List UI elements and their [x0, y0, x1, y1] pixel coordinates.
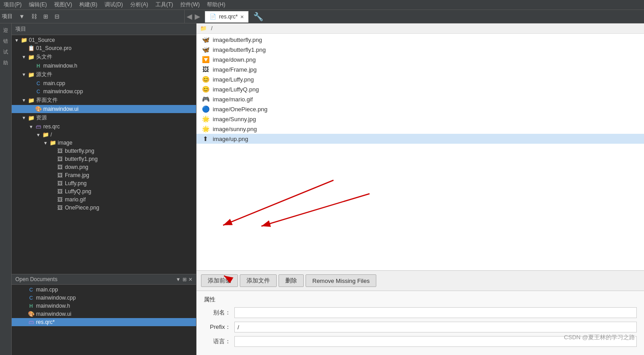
add-file-button[interactable]: 添加文件 — [240, 274, 277, 287]
tree-arrow: ▼ — [21, 98, 27, 103]
res-file-label: image/Sunny.jpg — [213, 116, 256, 123]
side-icon-help[interactable]: 助 — [1, 58, 11, 68]
expand-button[interactable]: ⊞ — [41, 12, 51, 21]
tree-item-01_source_pro[interactable]: 📋 01_Source.pro — [12, 44, 196, 52]
add-prefix-button[interactable]: 添加前缀 — [201, 274, 238, 287]
tree-item-main_cpp[interactable]: C main.cpp — [12, 79, 196, 87]
tree-item-mainwindow_ui[interactable]: 🎨 mainwindow.ui — [12, 105, 196, 113]
tab-nav-forward[interactable]: ▶ — [195, 12, 200, 21]
tree-item-forms_folder[interactable]: ▼ 📁 界面文件 — [12, 96, 196, 105]
res-file-item-lf_png[interactable]: 😊 image/Luffy.png — [196, 74, 644, 84]
prefix-input[interactable] — [234, 322, 637, 332]
link-button[interactable]: ⛓ — [28, 12, 40, 21]
tree-item-mainwindow_h[interactable]: H mainwindow.h — [12, 62, 196, 70]
collapse-button[interactable]: ⊟ — [52, 12, 62, 21]
open-doc-item-doc_res_qrc[interactable]: 🗃 res.qrc* — [12, 318, 196, 326]
tree-item-down_png[interactable]: 🖼 down.png — [12, 163, 196, 171]
tree-item-headers_folder[interactable]: ▼ 📁 头文件 — [12, 52, 196, 62]
res-file-icon: 🌟 — [201, 125, 210, 132]
side-icon-error[interactable]: 错 — [1, 36, 11, 46]
tree-label: / — [50, 132, 52, 138]
tree-item-butterfly_png[interactable]: 🖼 butterfly.png — [12, 147, 196, 155]
tree-item-luffy_png[interactable]: 🖼 Luffy.png — [12, 179, 196, 187]
project-panel-title: 项目 — [15, 25, 26, 33]
tab-bar: 项目 ▼ ⛓ ⊞ ⊟ ◀ ▶ 📄 res.qrc* ✕ 🔧 — [0, 10, 644, 23]
res-file-label: image/OnePiece.png — [213, 106, 267, 113]
side-icon-welcome[interactable]: 迎 — [1, 25, 11, 35]
res-file-icon: 😊 — [201, 76, 210, 83]
open-doc-item-doc_mainwindow_cpp[interactable]: C mainwindow.cpp — [12, 294, 196, 302]
tab-close-button[interactable]: ✕ — [240, 14, 244, 19]
tree-label: 资源 — [36, 114, 47, 122]
res-file-label: image/Luffy.png — [213, 76, 254, 83]
res-qrc-tab[interactable]: 📄 res.qrc* ✕ — [205, 11, 249, 23]
menu-item-debug[interactable]: 调试(D) — [105, 1, 123, 9]
tab-nav-back[interactable]: ◀ — [187, 12, 192, 21]
open-docs-expand[interactable]: ⊞ — [183, 277, 187, 282]
tree-item-butterfly1_png[interactable]: 🖼 butterfly1.png — [12, 155, 196, 163]
tab-menu-icon[interactable]: 🔧 — [253, 12, 263, 22]
tree-label: Frame.jpg — [65, 172, 89, 178]
tree-item-image_folder[interactable]: ▼ 📁 image — [12, 139, 196, 147]
tree-item-frame_jpg[interactable]: 🖼 Frame.jpg — [12, 171, 196, 179]
project-panel-header: 项目 — [12, 23, 196, 35]
res-file-item-bf_png[interactable]: 🦋 image/butterfly.png — [196, 35, 644, 45]
tree-item-onepiece_png[interactable]: 🖼 OnePiece.png — [12, 204, 196, 212]
res-file-icon: ⬆ — [201, 135, 210, 142]
open-doc-label: mainwindow.ui — [36, 311, 71, 317]
menu-item-view[interactable]: 视图(V) — [54, 1, 72, 9]
project-panel: 项目 ▼ 📁 01_Source 📋 01_Source.pro ▼ 📁 头文件… — [12, 23, 196, 274]
res-file-item-fr_jpg[interactable]: 🖼 image/Frame.jpg — [196, 64, 644, 74]
left-sidebar: 项目 ▼ 📁 01_Source 📋 01_Source.pro ▼ 📁 头文件… — [12, 23, 196, 355]
tree-arrow: ▼ — [21, 55, 27, 59]
open-doc-item-doc_main_cpp[interactable]: C main.cpp — [12, 286, 196, 294]
tree-item-sources_folder[interactable]: ▼ 📁 源文件 — [12, 70, 196, 79]
side-icons-panel: 迎 错 试 助 — [0, 23, 12, 355]
side-icon-test[interactable]: 试 — [1, 47, 11, 57]
tree-label: Luffy.png — [65, 180, 87, 187]
res-file-item-bf1_png[interactable]: 🦋 image/butterfly1.png — [196, 45, 644, 55]
res-file-item-up_png[interactable]: ⬆ image/up.png — [196, 134, 644, 144]
menu-item-build[interactable]: 构建(B) — [79, 1, 97, 9]
menu-item-analyze[interactable]: 分析(A) — [130, 1, 148, 9]
tree-label: 头文件 — [36, 53, 52, 61]
menu-item-tools[interactable]: 工具(T) — [155, 1, 173, 9]
open-doc-item-doc_mainwindow_ui[interactable]: 🎨 mainwindow.ui — [12, 310, 196, 318]
menu-item-controls[interactable]: 控件(W) — [180, 1, 200, 9]
res-file-item-op_png[interactable]: 🔵 image/OnePiece.png — [196, 104, 644, 114]
tab-qrc-icon: 📄 — [210, 14, 216, 20]
tree-item-mainwindow_cpp[interactable]: C mainwindow.cpp — [12, 87, 196, 96]
right-tab-area: ◀ ▶ 📄 res.qrc* ✕ 🔧 — [185, 10, 644, 23]
res-file-item-mr_gif[interactable]: 🎮 image/mario.gif — [196, 94, 644, 104]
tree-label: 01_Source.pro — [36, 45, 72, 51]
menu-item-edit[interactable]: 编辑(E) — [29, 1, 47, 9]
open-doc-item-doc_mainwindow_h[interactable]: H mainwindow.h — [12, 302, 196, 310]
tree-item-res_qrc[interactable]: ▼ 🗃 res.qrc — [12, 123, 196, 131]
tree-label: OnePiece.png — [65, 205, 99, 211]
res-file-item-dn_png[interactable]: 🔽 image/down.png — [196, 55, 644, 64]
res-file-item-lfq_png[interactable]: 😊 image/LuffyQ.png — [196, 84, 644, 94]
tree-item-luffyq_png[interactable]: 🖼 LuffyQ.png — [12, 187, 196, 196]
tree-arrow: ▼ — [21, 115, 27, 120]
res-file-item-sn_jpg[interactable]: 🌟 image/Sunny.jpg — [196, 114, 644, 124]
tree-item-01_source_root[interactable]: ▼ 📁 01_Source — [12, 36, 196, 44]
tree-label: butterfly1.png — [65, 156, 98, 162]
open-docs-close[interactable]: ✕ — [188, 277, 192, 282]
properties-area: 属性 别名： Prefix： 语言： — [196, 291, 644, 355]
menu-bar: 项目(P) 编辑(E) 视图(V) 构建(B) 调试(D) 分析(A) 工具(T… — [0, 0, 644, 10]
tree-item-prefix_root[interactable]: ▼ 📁 / — [12, 131, 196, 139]
tree-label: mainwindow.cpp — [43, 88, 83, 95]
delete-button[interactable]: 删除 — [279, 274, 304, 287]
remove-missing-files-button[interactable]: Remove Missing Files — [306, 274, 376, 287]
tab-qrc-label: res.qrc* — [219, 14, 238, 20]
menu-item-help[interactable]: 帮助(H) — [207, 1, 225, 9]
res-file-item-sny_png[interactable]: 🌟 image/sunny.png — [196, 124, 644, 134]
menu-item-project[interactable]: 项目(P) — [4, 1, 22, 9]
alias-input[interactable] — [234, 307, 637, 318]
tree-item-mario_gif[interactable]: 🖼 mario.gif — [12, 196, 196, 204]
open-docs-filter[interactable]: ▼ — [176, 277, 181, 282]
tree-item-resources_folder[interactable]: ▼ 📁 资源 — [12, 113, 196, 123]
res-file-icon: 🌟 — [201, 115, 210, 123]
filter-button[interactable]: ▼ — [16, 12, 27, 21]
project-tree: ▼ 📁 01_Source 📋 01_Source.pro ▼ 📁 头文件 H … — [12, 35, 196, 274]
